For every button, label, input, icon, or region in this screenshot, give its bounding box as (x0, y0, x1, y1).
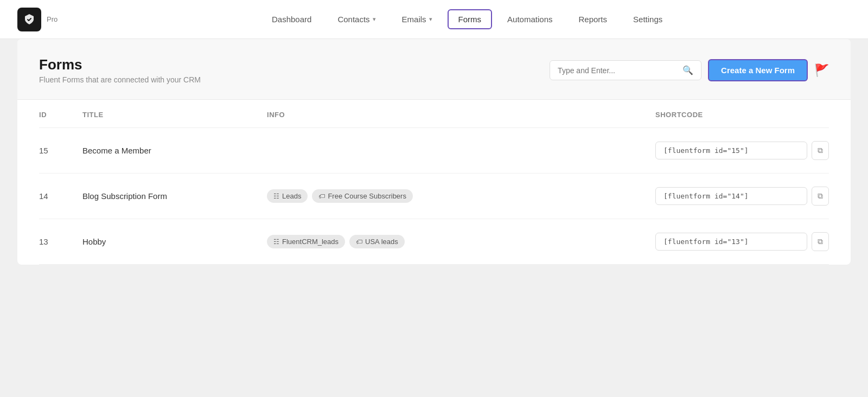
page-header-left: Forms Fluent Forms that are connected wi… (39, 56, 201, 84)
logo-icon (17, 8, 41, 31)
tag-free-course-label: Free Course Subscribers (328, 192, 406, 200)
cell-shortcode-13: [fluentform id="13"] ⧉ (655, 232, 829, 251)
table-container: ID Title Info Shortcode 15 Become a Memb… (17, 100, 851, 265)
nav-settings[interactable]: Settings (622, 9, 673, 29)
cell-shortcode-15: [fluentform id="15"] ⧉ (655, 141, 829, 160)
page-header: Forms Fluent Forms that are connected wi… (17, 39, 851, 100)
copy-btn-15[interactable]: ⧉ (812, 141, 829, 160)
search-input[interactable] (558, 66, 678, 75)
table-row: 15 Become a Member [fluentform id="15"] … (39, 128, 829, 174)
page-header-right: 🔍 Create a New Form 🚩 (550, 59, 829, 81)
copy-btn-14[interactable]: ⧉ (812, 187, 829, 206)
nav-automations[interactable]: Automations (496, 9, 563, 29)
copy-btn-13[interactable]: ⧉ (812, 232, 829, 251)
cell-id-15: 15 (39, 146, 82, 155)
tag-fluentcrm: ☷ FluentCRM_leads (267, 235, 345, 248)
table-row: 14 Blog Subscription Form ☷ Leads 🏷 Free… (39, 174, 829, 219)
logo-pro-label: Pro (47, 15, 58, 23)
cell-id-13: 13 (39, 237, 82, 246)
page-title: Forms (39, 56, 201, 73)
tag-usa-lead-label: USA leads (365, 238, 398, 246)
table-header: ID Title Info Shortcode (39, 100, 829, 128)
navbar: Pro Dashboard Contacts ▾ Emails ▾ Forms … (0, 0, 868, 39)
tag-fluentcrm-label: FluentCRM_leads (282, 238, 339, 246)
tag-icon: 🏷 (356, 238, 362, 246)
cell-info-14: ☷ Leads 🏷 Free Course Subscribers (267, 189, 655, 203)
help-icon[interactable]: 🚩 (814, 63, 829, 78)
search-box: 🔍 (550, 60, 701, 80)
cell-shortcode-14: [fluentform id="14"] ⧉ (655, 187, 829, 206)
search-icon: 🔍 (682, 65, 693, 75)
shortcode-value-13: [fluentform id="13"] (655, 233, 807, 251)
tag-leads-label: Leads (282, 192, 301, 200)
cell-title-14: Blog Subscription Form (82, 191, 267, 201)
main-content: Forms Fluent Forms that are connected wi… (0, 39, 868, 397)
nav-links: Dashboard Contacts ▾ Emails ▾ Forms Auto… (84, 9, 851, 29)
cell-id-14: 14 (39, 191, 82, 201)
shortcode-value-15: [fluentform id="15"] (655, 142, 807, 159)
nav-reports[interactable]: Reports (568, 9, 618, 29)
table-icon: ☷ (273, 193, 279, 200)
col-title: Title (82, 111, 267, 119)
nav-dashboard[interactable]: Dashboard (261, 9, 322, 29)
nav-contacts[interactable]: Contacts ▾ (327, 9, 386, 29)
logo[interactable]: Pro (17, 8, 58, 31)
nav-emails[interactable]: Emails ▾ (391, 9, 443, 29)
table-icon: ☷ (273, 238, 279, 246)
tag-usa-lead: 🏷 USA leads (349, 235, 405, 248)
tag-icon: 🏷 (318, 193, 325, 200)
create-form-button[interactable]: Create a New Form (708, 59, 808, 81)
nav-forms[interactable]: Forms (448, 9, 493, 29)
cell-title-15: Become a Member (82, 146, 267, 155)
content-card: Forms Fluent Forms that are connected wi… (17, 39, 851, 265)
col-shortcode: Shortcode (655, 111, 829, 119)
table-row: 13 Hobby ☷ FluentCRM_leads 🏷 USA leads [… (39, 219, 829, 265)
cell-info-13: ☷ FluentCRM_leads 🏷 USA leads (267, 235, 655, 248)
page-subtitle: Fluent Forms that are connected with you… (39, 75, 201, 84)
tag-leads: ☷ Leads (267, 189, 308, 203)
col-info: Info (267, 111, 655, 119)
col-id: ID (39, 111, 82, 119)
tag-free-course: 🏷 Free Course Subscribers (312, 189, 413, 203)
cell-title-13: Hobby (82, 237, 267, 246)
shortcode-value-14: [fluentform id="14"] (655, 187, 807, 205)
